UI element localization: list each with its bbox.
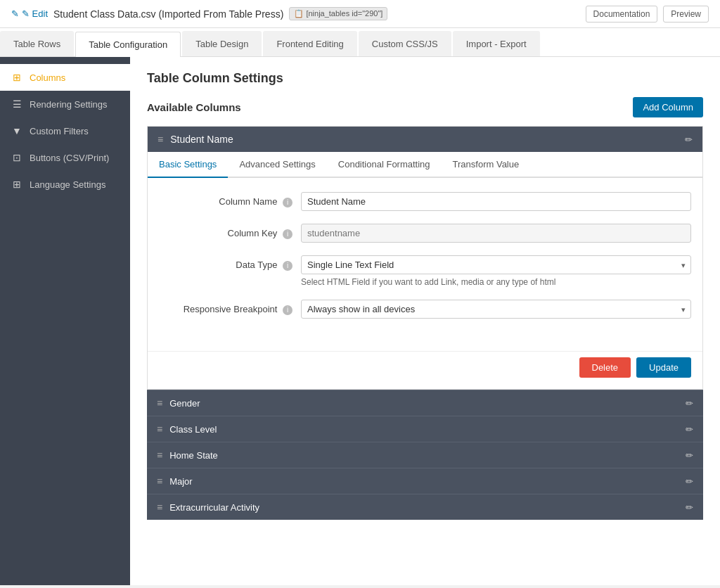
tab-custom-css-js[interactable]: Custom CSS/JS: [359, 31, 451, 56]
sidebar: ⊞ Columns ☰ Rendering Settings ▼ Custom …: [0, 57, 130, 585]
rendering-settings-icon: ☰: [11, 98, 22, 110]
sidebar-item-filters-label: Custom Filters: [30, 126, 89, 136]
column-name-info-icon[interactable]: i: [283, 198, 292, 207]
shortcode-text: [ninja_tables id="290"]: [306, 9, 382, 18]
available-columns-label: Available Columns: [147, 101, 241, 113]
column-row-major-label: Major: [169, 476, 193, 487]
tab-import-export[interactable]: Import - Export: [453, 31, 540, 56]
custom-filters-icon: ▼: [11, 125, 22, 136]
drag-handle-icon-gender: ≡: [157, 397, 162, 409]
sub-tab-conditional-formatting[interactable]: Conditional Formatting: [327, 152, 442, 178]
table-icon: 📋: [294, 9, 304, 18]
sidebar-item-columns[interactable]: ⊞ Columns: [0, 64, 130, 91]
column-panel-student-name: ≡ Student Name ✏ Basic Settings Advanced…: [147, 126, 703, 390]
data-type-label: Data Type i: [159, 255, 292, 271]
preview-button[interactable]: Preview: [663, 6, 709, 23]
drag-handle-icon: ≡: [158, 134, 163, 145]
column-row-gender-label: Gender: [169, 398, 200, 409]
column-row-class-level[interactable]: ≡ Class Level ✏: [147, 416, 703, 442]
form-actions: Delete Update: [148, 351, 702, 389]
edit-link[interactable]: ✎ ✎ Edit: [11, 8, 48, 19]
update-button[interactable]: Update: [636, 357, 691, 378]
buttons-icon: ⊡: [11, 152, 22, 163]
top-bar-right: Documentation Preview: [586, 6, 709, 23]
page-title: Student Class Data.csv (Imported From Ta…: [53, 8, 283, 20]
responsive-breakpoint-select-wrap: Always show in all devices ▾: [301, 300, 691, 319]
column-key-input[interactable]: [301, 224, 691, 243]
tab-frontend-editing[interactable]: Frontend Editing: [263, 31, 356, 56]
edit-pencil-gender[interactable]: ✏: [686, 398, 693, 409]
column-name-input[interactable]: [301, 192, 691, 211]
sidebar-item-buttons[interactable]: ⊡ Buttons (CSV/Print): [0, 144, 130, 171]
edit-pencil-home-state[interactable]: ✏: [686, 450, 693, 461]
drag-handle-icon-home-state: ≡: [157, 449, 162, 461]
column-row-home-state-left: ≡ Home State: [157, 449, 218, 461]
column-row-home-state[interactable]: ≡ Home State ✏: [147, 442, 703, 468]
drag-handle-icon-class-level: ≡: [157, 423, 162, 435]
form-area: Column Name i Column Key i Dat: [148, 178, 702, 345]
sidebar-item-custom-filters[interactable]: ▼ Custom Filters: [0, 117, 130, 144]
edit-pencil-major[interactable]: ✏: [686, 476, 693, 487]
edit-pencil-icon[interactable]: ✏: [685, 134, 693, 145]
top-bar-left: ✎ ✎ Edit Student Class Data.csv (Importe…: [11, 7, 387, 20]
drag-handle-icon-major: ≡: [157, 475, 162, 487]
nav-tabs: Table Rows Table Configuration Table Des…: [0, 28, 720, 57]
data-type-field: Single Line Text Field ▾ Select HTML Fie…: [301, 255, 691, 287]
documentation-button[interactable]: Documentation: [586, 6, 658, 23]
form-row-data-type: Data Type i Single Line Text Field ▾ Sel…: [159, 255, 691, 287]
column-row-extracurricular[interactable]: ≡ Extracurricular Activity ✏: [147, 494, 703, 520]
edit-pencil-class-level[interactable]: ✏: [686, 424, 693, 435]
responsive-breakpoint-label: Responsive Breakpoint i: [159, 300, 292, 315]
column-panel-header-left: ≡ Student Name: [158, 134, 233, 145]
sidebar-item-rendering-settings[interactable]: ☰ Rendering Settings: [0, 91, 130, 117]
responsive-breakpoint-info-icon[interactable]: i: [283, 305, 292, 315]
column-row-class-level-label: Class Level: [169, 424, 217, 435]
column-row-home-state-label: Home State: [169, 450, 218, 461]
column-row-major-left: ≡ Major: [157, 475, 193, 487]
tab-table-rows[interactable]: Table Rows: [0, 31, 74, 56]
column-row-gender-left: ≡ Gender: [157, 397, 200, 409]
column-panel-header-student-name[interactable]: ≡ Student Name ✏: [148, 127, 702, 152]
tab-table-design[interactable]: Table Design: [182, 31, 262, 56]
form-row-column-name: Column Name i: [159, 192, 691, 211]
add-column-button[interactable]: Add Column: [633, 97, 703, 117]
available-columns-header: Available Columns Add Column: [147, 97, 703, 117]
form-row-column-key: Column Key i: [159, 224, 691, 243]
data-type-info-icon[interactable]: i: [283, 261, 292, 271]
sidebar-item-language[interactable]: ⊞ Language Settings: [0, 171, 130, 198]
form-row-responsive-breakpoint: Responsive Breakpoint i Always show in a…: [159, 300, 691, 319]
column-row-class-level-left: ≡ Class Level: [157, 423, 217, 435]
responsive-breakpoint-select[interactable]: Always show in all devices: [301, 300, 691, 319]
sidebar-item-columns-label: Columns: [30, 72, 65, 83]
shortcode-badge: 📋 [ninja_tables id="290"]: [289, 7, 387, 20]
edit-icon: ✎: [11, 8, 19, 19]
top-bar: ✎ ✎ Edit Student Class Data.csv (Importe…: [0, 0, 720, 28]
column-name-student-name: Student Name: [170, 134, 233, 145]
column-key-label: Column Key i: [159, 224, 292, 239]
sub-tab-transform-value[interactable]: Transform Value: [442, 152, 531, 178]
column-row-extracurricular-left: ≡ Extracurricular Activity: [157, 501, 259, 513]
sub-tab-basic-settings[interactable]: Basic Settings: [148, 152, 228, 178]
edit-pencil-extracurricular[interactable]: ✏: [686, 502, 693, 513]
data-type-select-wrap: Single Line Text Field ▾: [301, 255, 691, 274]
language-icon: ⊞: [11, 179, 22, 190]
data-type-hint: Select HTML Field if you want to add Lin…: [301, 277, 691, 287]
columns-icon: ⊞: [11, 72, 22, 83]
column-key-info-icon[interactable]: i: [283, 229, 292, 239]
edit-label: ✎ Edit: [22, 8, 48, 19]
drag-handle-icon-extracurricular: ≡: [157, 501, 162, 513]
sidebar-item-rendering-label: Rendering Settings: [30, 99, 108, 110]
main-layout: ⊞ Columns ☰ Rendering Settings ▼ Custom …: [0, 57, 720, 585]
sidebar-item-buttons-label: Buttons (CSV/Print): [30, 153, 109, 163]
column-row-extracurricular-label: Extracurricular Activity: [169, 502, 259, 513]
section-title: Table Column Settings: [147, 71, 703, 86]
column-name-label: Column Name i: [159, 192, 292, 207]
sub-tabs: Basic Settings Advanced Settings Conditi…: [148, 152, 702, 178]
sidebar-item-language-label: Language Settings: [30, 179, 105, 190]
delete-button[interactable]: Delete: [579, 357, 631, 378]
data-type-select[interactable]: Single Line Text Field: [301, 255, 691, 274]
column-row-major[interactable]: ≡ Major ✏: [147, 468, 703, 494]
sub-tab-advanced-settings[interactable]: Advanced Settings: [228, 152, 326, 178]
tab-table-configuration[interactable]: Table Configuration: [75, 32, 181, 57]
column-row-gender[interactable]: ≡ Gender ✏: [147, 390, 703, 416]
